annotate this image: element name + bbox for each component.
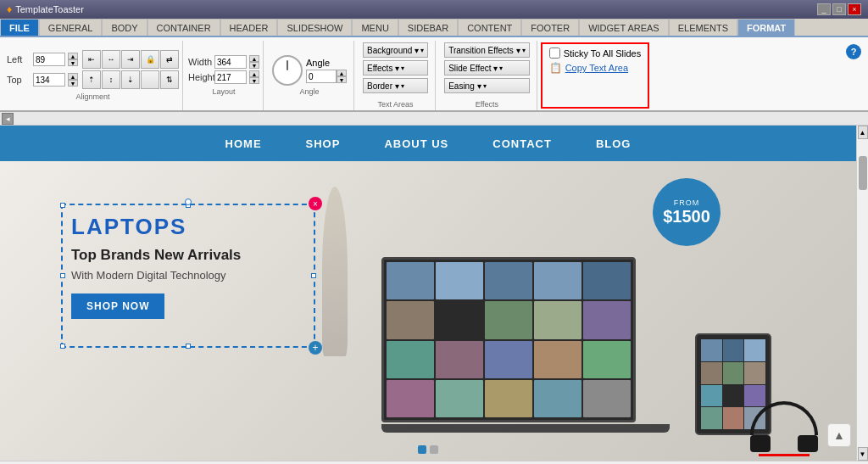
screen-cell — [387, 262, 434, 299]
shop-now-button[interactable]: SHOP NOW — [71, 293, 164, 319]
top-spin-up[interactable]: ▲ — [68, 73, 78, 80]
tab-footer[interactable]: FOOTER — [521, 19, 579, 36]
tab-file[interactable]: FILE — [0, 19, 39, 36]
slide-dot-1[interactable] — [418, 445, 426, 454]
laptop-screen — [381, 257, 636, 422]
lock-top-icon[interactable] — [141, 70, 159, 89]
angle-spinner[interactable]: ▲ ▼ — [337, 70, 347, 83]
screen-cell — [583, 380, 631, 417]
tab-format[interactable]: FORMAT — [737, 19, 795, 36]
effects-button[interactable]: Effects ▾ — [363, 60, 428, 75]
minimize-button[interactable]: _ — [817, 3, 831, 15]
transition-effects-button[interactable]: Transition Effects ▾ — [444, 42, 529, 58]
width-spinner[interactable]: ▲ ▼ — [249, 55, 259, 69]
resize-handle-bl[interactable] — [60, 344, 65, 349]
height-spinner[interactable]: ▲ ▼ — [249, 70, 259, 84]
tab-elements[interactable]: ELEMENTS — [669, 19, 737, 36]
tab-menu[interactable]: MENU — [352, 19, 398, 36]
tab-content[interactable]: CONTENT — [458, 19, 521, 36]
tab-widget-areas[interactable]: WIDGET AREAS — [579, 19, 669, 36]
left-spinner[interactable]: ▲ ▼ — [68, 53, 78, 66]
border-button[interactable]: Border ▾ — [363, 78, 428, 93]
bottom-bar: Desktop Tablet Mobile — [0, 461, 868, 464]
align-middle-v-icon[interactable]: ↕ — [102, 70, 120, 89]
left-spin-down[interactable]: ▼ — [68, 59, 78, 66]
screen-cell — [436, 341, 483, 378]
scroll-thumb[interactable] — [859, 156, 867, 190]
flip-h-icon[interactable]: ⇄ — [160, 50, 179, 69]
copy-text-label[interactable]: Copy Text Area — [565, 63, 628, 73]
hero-subtitle: Top Brands New Arrivals — [71, 247, 305, 264]
top-input[interactable] — [33, 73, 65, 87]
background-button[interactable]: Background ▾ — [363, 42, 428, 58]
angle-dial[interactable] — [272, 55, 303, 86]
align-top-icon[interactable]: ⇡ — [82, 70, 101, 89]
height-input[interactable] — [214, 70, 247, 84]
nav-shop[interactable]: SHOP — [301, 134, 346, 154]
tab-header[interactable]: HEADER — [220, 19, 278, 36]
nav-about[interactable]: ABOUT US — [379, 134, 453, 154]
nav-home[interactable]: HOME — [220, 134, 267, 154]
transition-section: Transition Effects ▾ Slide Effect ▾ Easi… — [437, 41, 537, 110]
lock-left-icon[interactable]: 🔒 — [141, 50, 159, 69]
tablet-cell — [723, 339, 744, 361]
angle-input-group: Angle ▲ ▼ — [306, 58, 347, 83]
hero-title: LAPTOPS — [71, 214, 305, 240]
width-input[interactable] — [214, 55, 247, 69]
close-textbox-button[interactable]: × — [309, 197, 322, 210]
scroll-up-arrow[interactable]: ▲ — [858, 126, 868, 139]
hero-description: With Modern Digital Technology — [71, 269, 305, 282]
height-spin-up[interactable]: ▲ — [249, 70, 259, 77]
flip-v-icon[interactable]: ⇅ — [160, 70, 179, 89]
tab-container[interactable]: CONTAINER — [147, 19, 220, 36]
maximize-button[interactable]: □ — [832, 3, 846, 15]
scroll-up-button[interactable]: ▲ — [827, 423, 851, 447]
width-control-row: Width ▲ ▼ — [188, 55, 259, 69]
resize-handle-mid-right[interactable] — [311, 273, 316, 278]
close-button[interactable]: × — [848, 3, 861, 15]
slide-effect-button[interactable]: Slide Effect ▾ — [444, 60, 529, 75]
left-spin-up[interactable]: ▲ — [68, 53, 78, 59]
right-scrollbar[interactable]: ▲ ▼ — [856, 126, 868, 461]
slide-dot-2[interactable] — [430, 445, 438, 454]
resize-handle-mid-left[interactable] — [60, 273, 65, 278]
tab-general[interactable]: GENERAL — [39, 19, 103, 36]
align-bottom-icon[interactable]: ⇣ — [121, 70, 140, 89]
angle-spin-down[interactable]: ▼ — [337, 76, 347, 83]
tab-body[interactable]: BODY — [102, 19, 147, 36]
easing-button[interactable]: Easing ▾ — [444, 78, 529, 93]
tab-slideshow[interactable]: SLIDESHOW — [277, 19, 352, 36]
top-spin-down[interactable]: ▼ — [68, 80, 78, 87]
headphones-ears — [750, 435, 818, 452]
align-right-icon[interactable]: ⇥ — [121, 50, 140, 69]
width-spin-up[interactable]: ▲ — [249, 55, 259, 62]
nav-contact[interactable]: CONTACT — [487, 134, 557, 154]
hero-text-box[interactable]: × + LAPTOPS Top Brands New Arrivals With… — [61, 204, 315, 348]
angle-label: Angle — [306, 58, 347, 68]
nav-blog[interactable]: BLOG — [591, 134, 637, 154]
tab-sidebar[interactable]: SIDEBAR — [398, 19, 458, 36]
angle-spin-up[interactable]: ▲ — [337, 70, 347, 76]
height-control-row: Height ▲ ▼ — [188, 70, 259, 84]
resize-handle-tl[interactable] — [60, 203, 65, 208]
scroll-down-arrow[interactable]: ▼ — [858, 447, 868, 461]
left-input[interactable] — [33, 53, 65, 66]
add-textbox-button[interactable]: + — [309, 341, 322, 355]
top-spinner[interactable]: ▲ ▼ — [68, 73, 78, 87]
sticky-checkbox[interactable] — [549, 48, 560, 59]
ribbon: Left ▲ ▼ ⇤ ↔ ⇥ 🔒 ⇄ Top ▲ ▼ ⇡ — [0, 37, 868, 112]
help-button[interactable]: ? — [846, 44, 861, 59]
align-center-h-icon[interactable]: ↔ — [102, 50, 120, 69]
rotate-handle[interactable] — [185, 198, 192, 205]
headphones-band — [750, 401, 818, 435]
angle-input[interactable] — [306, 70, 337, 83]
laptop-graphic — [381, 257, 670, 452]
width-spin-down[interactable]: ▼ — [249, 62, 259, 69]
tablet-cell — [723, 362, 744, 384]
align-left-icon[interactable]: ⇤ — [82, 50, 101, 69]
headphones-cord — [759, 454, 810, 456]
height-spin-down[interactable]: ▼ — [249, 77, 259, 84]
resize-handle-mid-bottom[interactable] — [186, 344, 191, 349]
ruler-handle[interactable]: ◂ — [2, 113, 14, 125]
tablet-cell — [701, 407, 722, 429]
